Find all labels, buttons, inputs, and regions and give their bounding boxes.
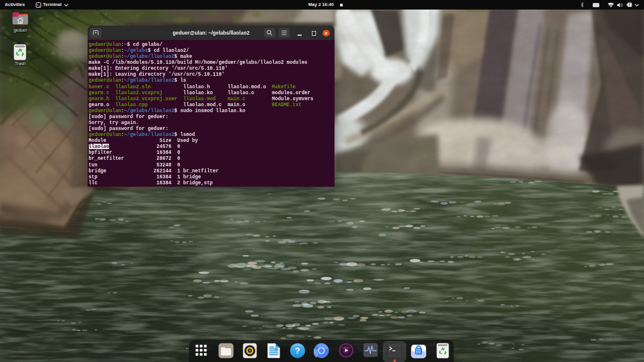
svg-text:?: ? [295,346,301,355]
